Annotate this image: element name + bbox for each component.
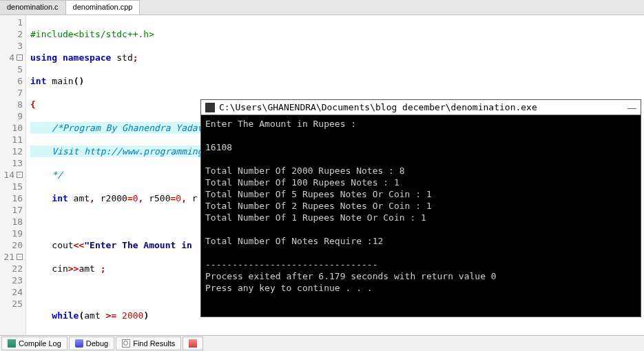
code-token: amt (84, 310, 105, 321)
line-number: 13 (0, 157, 25, 169)
line-number: 22 (0, 263, 25, 274)
code-token: cout (52, 240, 73, 250)
code-token: while (52, 310, 79, 321)
minimize-button[interactable]: — (627, 102, 636, 113)
compile-log-icon (8, 339, 16, 348)
code-token: r500 (143, 193, 170, 203)
line-number: 9 (0, 110, 25, 122)
bottom-panel-tabs: Compile Log Debug Find Results (0, 335, 644, 351)
line-number: 24 (0, 286, 25, 298)
code-token: using (30, 52, 57, 63)
console-window[interactable]: C:\Users\GHANENDRA\Documents\blog decemb… (200, 99, 641, 317)
tab-compile-log[interactable]: Compile Log (1, 337, 67, 350)
code-token: >> (68, 263, 79, 274)
line-number: 25 (0, 298, 25, 310)
file-tabs: denomination.c denomination.cpp (0, 0, 644, 15)
close-icon (189, 339, 197, 348)
find-icon (122, 339, 130, 348)
line-number: 14- (0, 169, 25, 181)
line-number: 8 (0, 99, 25, 110)
line-number: 11 (0, 134, 25, 146)
line-number: 16 (0, 192, 25, 204)
line-number-gutter: 1 2 3 4- 5 6 7 8 9 10 11 12 13 14- 15 16… (0, 15, 26, 335)
line-number: 21- (0, 251, 25, 263)
code-token: int (30, 76, 46, 86)
line-number: 1 (0, 17, 25, 28)
code-token: namespace (63, 52, 111, 63)
code-comment: */ (52, 170, 63, 180)
tab-debug[interactable]: Debug (69, 337, 114, 350)
code-token: #include<bits/stdc++.h> (30, 29, 154, 39)
line-number: 5 (0, 63, 25, 75)
code-token: cin (52, 263, 67, 274)
line-number: 20 (0, 239, 25, 251)
line-number: 12 (0, 146, 25, 157)
line-number: 2 (0, 28, 25, 40)
console-titlebar[interactable]: C:\Users\GHANENDRA\Documents\blog decemb… (201, 100, 641, 115)
line-number: 17 (0, 204, 25, 216)
code-token: << (74, 240, 85, 250)
console-output[interactable]: Enter The Amount in Rupees : 16108 Total… (201, 115, 641, 297)
line-number: 15 (0, 181, 25, 192)
code-comment: /*Program By Ghanendra Yadav (52, 123, 202, 133)
line-number: 6 (0, 75, 25, 87)
tab-denomination-c[interactable]: denomination.c (0, 0, 66, 14)
line-number: 10 (0, 122, 25, 134)
line-number: 23 (0, 274, 25, 286)
code-token: amt (79, 263, 100, 274)
fold-toggle[interactable]: - (17, 172, 23, 178)
code-token: 2000 (122, 310, 143, 321)
code-token: std (111, 52, 132, 63)
code-token: main (46, 76, 73, 86)
line-number: 4- (0, 52, 25, 63)
code-token: int (52, 193, 67, 203)
line-number: 7 (0, 87, 25, 99)
code-token: r (187, 193, 198, 203)
fold-toggle[interactable]: - (17, 54, 23, 61)
line-number: 3 (0, 40, 25, 52)
code-token: 0 (133, 193, 138, 203)
debug-icon (75, 339, 83, 348)
line-number: 19 (0, 228, 25, 239)
line-number: 18 (0, 216, 25, 228)
tab-denomination-cpp[interactable]: denomination.cpp (66, 0, 141, 14)
fold-toggle[interactable]: - (17, 254, 23, 260)
tab-close[interactable] (183, 337, 203, 350)
code-token: "Enter The Amount in (84, 240, 197, 250)
console-title-text: C:\Users\GHANENDRA\Documents\blog decemb… (219, 102, 537, 112)
code-token: >= (106, 310, 117, 321)
console-app-icon (205, 103, 215, 112)
code-token: 0 (176, 193, 181, 203)
tab-find-results[interactable]: Find Results (116, 337, 181, 350)
code-token: r2000 (95, 193, 127, 203)
code-token: amt (68, 193, 90, 203)
